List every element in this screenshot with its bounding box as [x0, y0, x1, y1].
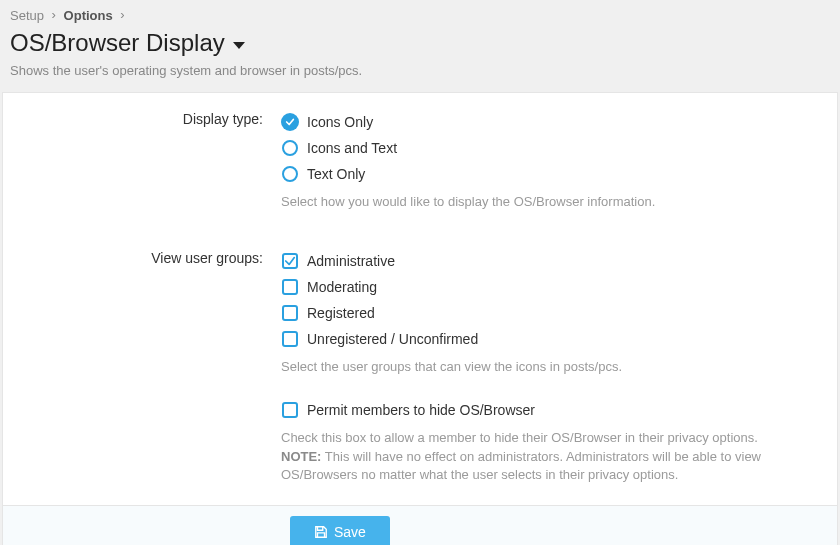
breadcrumb: Setup › Options › [0, 0, 840, 27]
breadcrumb-options[interactable]: Options [64, 8, 113, 23]
checkbox-label: Administrative [307, 253, 395, 269]
radio-unchecked-icon [281, 165, 299, 183]
permit-hint: Check this box to allow a member to hide… [281, 423, 799, 498]
radio-label: Text Only [307, 166, 365, 182]
view-groups-hint: Select the user groups that can view the… [281, 352, 799, 389]
page-description: Shows the user's operating system and br… [0, 63, 840, 92]
radio-text-only[interactable]: Text Only [281, 161, 799, 187]
radio-unchecked-icon [281, 139, 299, 157]
checkbox-unchecked-icon [281, 304, 299, 322]
radio-icons-and-text[interactable]: Icons and Text [281, 135, 799, 161]
page-title-dropdown[interactable]: OS/Browser Display [0, 27, 840, 63]
checkbox-registered[interactable]: Registered [281, 300, 799, 326]
checkbox-moderating[interactable]: Moderating [281, 274, 799, 300]
radio-icons-only[interactable]: Icons Only [281, 109, 799, 135]
checkbox-administrative[interactable]: Administrative [281, 248, 799, 274]
save-icon [314, 525, 328, 539]
checkbox-unregistered[interactable]: Unregistered / Unconfirmed [281, 326, 799, 352]
checkbox-checked-icon [281, 252, 299, 270]
breadcrumb-setup[interactable]: Setup [10, 8, 44, 23]
checkbox-unchecked-icon [281, 330, 299, 348]
checkbox-label: Registered [307, 305, 375, 321]
display-type-label: Display type: [21, 109, 281, 224]
checkbox-label: Permit members to hide OS/Browser [307, 402, 535, 418]
checkbox-unchecked-icon [281, 401, 299, 419]
radio-checked-icon [281, 113, 299, 131]
chevron-right-icon: › [52, 7, 56, 22]
checkbox-unchecked-icon [281, 278, 299, 296]
save-button-label: Save [334, 524, 366, 540]
settings-panel: Display type: Icons Only Icons and Text … [2, 92, 838, 545]
panel-footer: Save [3, 505, 837, 545]
checkbox-label: Unregistered / Unconfirmed [307, 331, 478, 347]
save-button[interactable]: Save [290, 516, 390, 545]
page-title-text: OS/Browser Display [10, 29, 225, 57]
checkbox-permit-hide[interactable]: Permit members to hide OS/Browser [281, 397, 799, 423]
view-groups-label: View user groups: [21, 248, 281, 497]
radio-label: Icons and Text [307, 140, 397, 156]
caret-down-icon [233, 42, 245, 49]
checkbox-label: Moderating [307, 279, 377, 295]
chevron-right-icon: › [120, 7, 124, 22]
radio-label: Icons Only [307, 114, 373, 130]
display-type-hint: Select how you would like to display the… [281, 187, 799, 224]
